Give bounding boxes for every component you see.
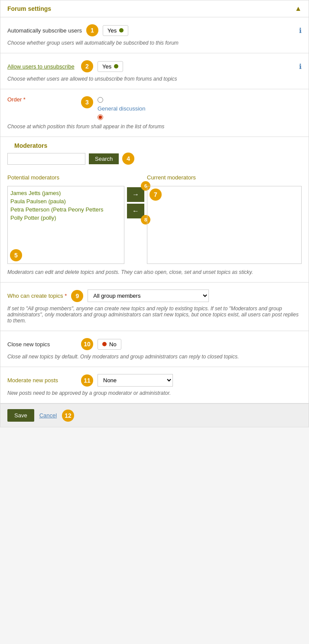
order-radio-item-1: [98, 97, 146, 103]
order-radio-2[interactable]: [98, 114, 103, 120]
step-badge-10: 10: [81, 338, 93, 350]
moderate-new-posts-section: Moderate new posts 11 None All posts Pos…: [0, 367, 309, 403]
auto-subscribe-help: Choose whether group users will automati…: [7, 40, 302, 46]
order-radio-group: General discussion: [98, 97, 146, 120]
move-right-button[interactable]: →: [127, 187, 144, 202]
moderator-search-area: Search 4: [7, 153, 302, 174]
auto-subscribe-section: Automatically subscribe users 1 Yes ℹ Ch…: [0, 17, 309, 53]
moderator-search-button[interactable]: Search: [89, 153, 119, 164]
who-create-topics-field: Who can create topics * 9 All group memb…: [7, 289, 302, 302]
step-badge-12: 12: [62, 410, 74, 422]
current-moderators-label: Current moderators: [147, 174, 196, 181]
moderators-info-text: Moderators can edit and delete topics an…: [7, 269, 302, 275]
allow-unsubscribe-toggle[interactable]: Yes: [98, 61, 123, 72]
auto-subscribe-label: Automatically subscribe users: [7, 27, 82, 34]
close-new-topics-field: Close new topics 10 No: [7, 338, 302, 350]
step-badge-9: 9: [71, 290, 83, 302]
footer-bar: Save Cancel 12: [0, 403, 309, 427]
auto-subscribe-toggle[interactable]: Yes: [103, 25, 128, 36]
potential-moderators-label: Potential moderators: [7, 174, 59, 181]
who-create-topics-select[interactable]: All group members Moderators and group a…: [88, 289, 209, 302]
forum-settings-header: Forum settings ▲: [0, 0, 309, 17]
auto-subscribe-info-icon[interactable]: ℹ: [299, 26, 302, 35]
moderate-new-posts-select[interactable]: None All posts Posts by new members: [98, 374, 173, 387]
moderators-columns-wrapper: Potential moderators James Jetts (james)…: [7, 174, 302, 282]
toggle-dot-close: [102, 342, 107, 346]
who-create-topics-section: Who can create topics * 9 All group memb…: [0, 283, 309, 331]
close-new-topics-help: Close all new topics by default. Only mo…: [7, 354, 302, 360]
potential-moderators-col: Potential moderators James Jetts (james)…: [7, 174, 124, 264]
step-badge-1: 1: [86, 24, 98, 36]
step-badge-7: 7: [150, 189, 162, 201]
allow-unsubscribe-label: Allow users to unsubscribe: [7, 63, 77, 70]
transfer-buttons: → 6 ← 8: [127, 174, 144, 218]
allow-unsubscribe-info-icon[interactable]: ℹ: [299, 62, 302, 71]
order-section: Order * 3 General discussion Choose at w…: [0, 89, 309, 137]
current-moderators-list[interactable]: [147, 186, 302, 264]
who-create-topics-label: Who can create topics *: [7, 293, 67, 299]
order-radio-item-2: General discussion: [98, 105, 146, 112]
moderate-new-posts-label: Moderate new posts: [7, 377, 77, 384]
close-new-topics-toggle[interactable]: No: [98, 339, 121, 350]
current-moderators-col: Current moderators 7: [147, 174, 302, 264]
order-label: Order *: [7, 96, 77, 103]
order-radio-label-general: General discussion: [98, 105, 146, 112]
close-new-topics-section: Close new topics 10 No Close all new top…: [0, 331, 309, 367]
who-create-topics-help: If set to "All group members", anyone ca…: [7, 306, 302, 324]
moderators-title: Moderators: [7, 137, 302, 153]
save-button[interactable]: Save: [7, 409, 34, 422]
step-badge-11: 11: [81, 374, 93, 387]
order-radio-1[interactable]: [98, 97, 103, 103]
moderators-section: Moderators Search 4 Potential moderators…: [0, 137, 309, 283]
step-badge-3: 3: [81, 96, 93, 108]
step-badge-2: 2: [81, 60, 93, 72]
moderator-search-input[interactable]: [7, 153, 85, 165]
close-new-topics-label: Close new topics: [7, 341, 77, 348]
potential-mod-1[interactable]: James Jetts (james): [10, 189, 121, 197]
step-badge-4: 4: [122, 153, 134, 165]
potential-mod-3[interactable]: Petra Petterson (Petra Peony Petters: [10, 205, 121, 214]
step-badge-5: 5: [10, 249, 22, 261]
allow-unsubscribe-help: Choose whether users are allowed to unsu…: [7, 76, 302, 82]
toggle-dot-2: [114, 64, 118, 68]
moderate-new-posts-field: Moderate new posts 11 None All posts Pos…: [7, 374, 302, 387]
chevron-up-icon[interactable]: ▲: [295, 5, 302, 13]
potential-mod-2[interactable]: Paula Paulsen (paula): [10, 197, 121, 205]
potential-mod-4[interactable]: Polly Potter (polly): [10, 214, 121, 222]
cancel-link[interactable]: Cancel: [39, 412, 57, 419]
forum-settings-title: Forum settings: [7, 5, 51, 12]
moderators-columns: Potential moderators James Jetts (james)…: [7, 174, 302, 264]
order-radio-selected-row: [98, 114, 146, 120]
order-help: Choose at which position this forum shal…: [7, 124, 302, 130]
potential-moderators-list[interactable]: James Jetts (james) Paula Paulsen (paula…: [7, 186, 124, 264]
moderate-new-posts-help: New posts need to be approved by a group…: [7, 390, 302, 396]
toggle-dot-1: [119, 28, 124, 33]
allow-unsubscribe-section: Allow users to unsubscribe 2 Yes ℹ Choos…: [0, 53, 309, 89]
